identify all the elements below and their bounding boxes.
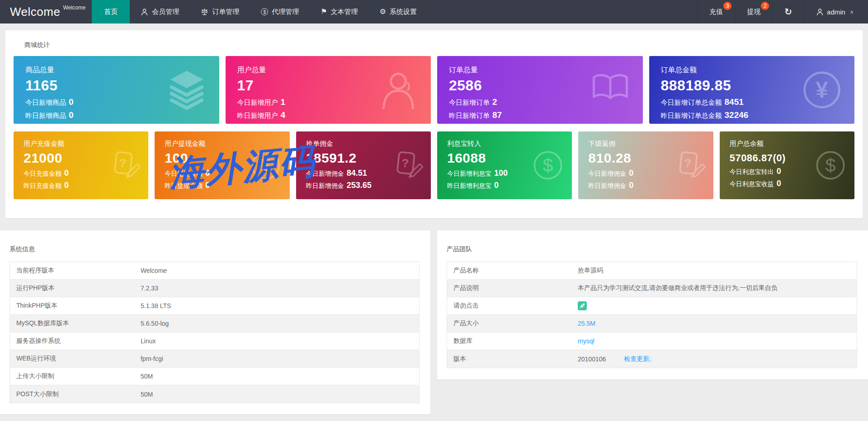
- yen-circle-icon: [249, 149, 283, 182]
- table-row: 产品名称 抢单源码: [447, 262, 857, 280]
- row-label: 服务器操作系统: [10, 337, 141, 345]
- table-row: WEB运行环境 fpm-fcgi: [10, 350, 419, 368]
- stat-line: 昨日新增佣金253.65: [306, 181, 421, 190]
- row-value: Linux: [141, 337, 419, 345]
- row-label: 产品名称: [447, 267, 578, 275]
- refresh-button[interactable]: ↻: [772, 0, 804, 23]
- withdraw-button[interactable]: 提现 2: [735, 0, 772, 23]
- nav-item-label: 文本管理: [331, 8, 358, 16]
- table-row: 服务器操作系统 Linux: [10, 332, 419, 350]
- check-update-link[interactable]: 检查更新;: [624, 355, 651, 363]
- system-info-table: 当前程序版本 Welcome 运行PHP版本 7.2.33 ThinkPHP版本…: [9, 262, 420, 403]
- table-row: POST大小限制 50M: [10, 385, 419, 403]
- stat-title: 下级返佣: [588, 140, 703, 148]
- nav-item-texts[interactable]: ⚑ 文本管理: [310, 0, 368, 23]
- admin-username: admin: [827, 8, 845, 16]
- row-label: 数据库: [447, 337, 578, 345]
- row-label: ThinkPHP版本: [10, 302, 141, 310]
- row-value: fpm-fcgi: [141, 355, 419, 362]
- stat-line: 昨日新增利息宝0: [447, 181, 562, 190]
- product-team-table: 产品名称 抢单源码 产品说明 本产品只为学习测试交流,请勿要做商业或者用于违法行…: [447, 262, 857, 368]
- nav-item-label: 代理管理: [272, 8, 299, 16]
- row-value: 25.5M: [578, 320, 857, 327]
- stat-line: 昨日新增订单87: [449, 110, 631, 120]
- row-label: 请勿点击: [447, 302, 578, 310]
- brand-sup-text: Welcome: [63, 5, 85, 11]
- stat-card-order-total: 订单总量 2586 今日新增订单2 昨日新增订单87: [437, 56, 643, 124]
- top-navbar: Welcome Welcome 首页 会员管理 订单管理 $ 代理管理 ⚑ 文本…: [0, 0, 868, 23]
- withdraw-label: 提现: [747, 8, 760, 16]
- stat-card-user-total: 用户总量 17 今日新增用户1 昨日新增用户4: [226, 56, 431, 124]
- table-row: 产品说明 本产品只为学习测试交流,请勿要做商业或者用于违法行为,一切后果自负: [447, 280, 857, 297]
- row-value: [578, 301, 857, 310]
- dollar-circle-icon: [814, 149, 847, 182]
- table-row: ThinkPHP版本 5.1.38 LTS: [10, 297, 419, 315]
- stat-title: 利息宝转入: [447, 140, 562, 148]
- nav-item-settings[interactable]: ⚙ 系统设置: [369, 0, 428, 23]
- row-value: 7.2.33: [141, 285, 419, 292]
- table-row: 上传大小限制 50M: [10, 368, 419, 385]
- row-label: 产品大小: [447, 319, 578, 327]
- doc-question-icon: [673, 149, 706, 182]
- stat-card-order-amount: 订单总金额 888189.85 今日新增订单总金额8451 昨日新增订单总金额3…: [649, 56, 855, 124]
- nav-item-label: 会员管理: [152, 8, 179, 16]
- brand-logo: Welcome Welcome: [0, 0, 92, 23]
- yen-circle-icon: [800, 68, 844, 112]
- stats-cards-row2: 用户充值金额 21000 今日充值金额0 昨日充值金额0 用户提现金额 100 …: [14, 131, 854, 199]
- nav-item-label: 系统设置: [390, 8, 417, 16]
- row-label: WEB运行环境: [10, 355, 141, 363]
- admin-user-menu[interactable]: admin ∧: [804, 0, 868, 23]
- product-size-link[interactable]: 25.5M: [578, 320, 595, 327]
- nav-item-label: 订单管理: [212, 8, 239, 16]
- row-label: 版本: [447, 355, 578, 363]
- gear-icon: ⚙: [380, 8, 386, 15]
- row-value: Welcome: [141, 267, 419, 274]
- system-info-title: 系统信息: [9, 245, 420, 253]
- navbar-right: 充值 3 提现 2 ↻ admin ∧: [697, 0, 868, 23]
- bottom-panels: 系统信息 当前程序版本 Welcome 运行PHP版本 7.2.33 Think…: [0, 230, 868, 414]
- stat-card-user-balance: 用户总余额 57086.87(0) 今日利息宝转出0 今日利息宝收益0: [720, 131, 854, 199]
- row-label: MySQL数据库版本: [10, 319, 141, 327]
- nav-item-members[interactable]: 会员管理: [130, 0, 190, 23]
- row-value: mysql: [578, 337, 857, 345]
- stat-line: 昨日充值金额0: [24, 181, 138, 190]
- stat-card-withdraw-amount: 用户提现金额 100 今日提现金额0 昨日提现金额0: [155, 131, 289, 199]
- table-row: 数据库 mysql: [447, 332, 857, 350]
- nav-item-home[interactable]: 首页: [92, 0, 130, 23]
- doc-question-icon: [108, 149, 141, 182]
- stat-title: 用户总余额: [730, 140, 844, 148]
- database-link[interactable]: mysql: [578, 337, 594, 345]
- version-number: 20100106: [578, 356, 606, 363]
- table-row: 当前程序版本 Welcome: [10, 262, 419, 280]
- stat-line: 昨日新增用户4: [237, 110, 420, 120]
- stat-line: 昨日新增佣金0: [588, 181, 703, 190]
- scales-icon: [201, 8, 208, 16]
- withdraw-badge: 2: [761, 2, 769, 10]
- row-label: POST大小限制: [10, 390, 141, 398]
- main-menu: 首页 会员管理 订单管理 $ 代理管理 ⚑ 文本管理 ⚙ 系统设置: [92, 0, 428, 23]
- nav-item-label: 首页: [104, 8, 118, 16]
- shop-stats-panel: 商城统计 商品总量 1165 今日新增商品0 昨日新增商品0 用户总量 17 今…: [5, 30, 863, 218]
- system-info-panel: 系统信息 当前程序版本 Welcome 运行PHP版本 7.2.33 Think…: [0, 230, 430, 414]
- flag-icon: ⚑: [321, 8, 327, 15]
- nav-item-orders[interactable]: 订单管理: [190, 0, 250, 23]
- row-label: 运行PHP版本: [10, 284, 141, 292]
- stat-line: 昨日新增订单总金额32246: [661, 110, 843, 120]
- row-value: 20100106 检查更新;: [578, 355, 857, 363]
- stat-card-sub-rebate: 下级返佣 810.28 今日新增佣金0 昨日新增佣金0: [578, 131, 713, 199]
- row-label: 当前程序版本: [10, 267, 141, 275]
- stat-card-grab-commission: 抢单佣金 18591.2 今日新增佣金84.51 昨日新增佣金253.65: [296, 131, 431, 199]
- refresh-icon: ↻: [784, 6, 792, 17]
- recharge-button[interactable]: 充值 3: [697, 0, 735, 23]
- row-label: 产品说明: [447, 284, 578, 292]
- table-row: 产品大小 25.5M: [447, 315, 857, 332]
- recharge-label: 充值: [709, 8, 723, 16]
- nav-item-agents[interactable]: $ 代理管理: [250, 0, 310, 23]
- stats-cards-row1: 商品总量 1165 今日新增商品0 昨日新增商品0 用户总量 17 今日新增用户…: [14, 56, 854, 124]
- brand-text: Welcome: [10, 5, 60, 19]
- stat-line: 昨日新增商品0: [25, 110, 208, 120]
- table-row: MySQL数据库版本 5.6.50-log: [10, 315, 419, 332]
- row-value: 抢单源码: [578, 267, 857, 275]
- row-value: 5.1.38 LTS: [141, 302, 419, 309]
- rocket-icon[interactable]: [578, 301, 587, 310]
